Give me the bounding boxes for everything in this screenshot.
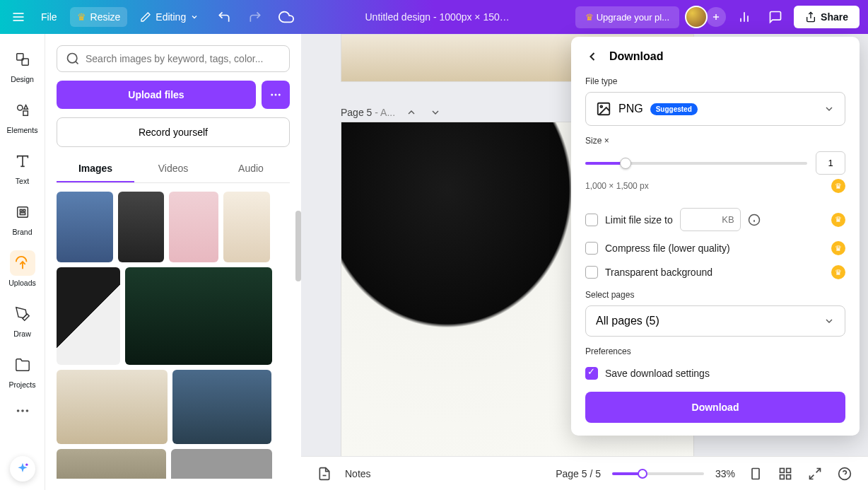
page-down-button[interactable] [428,105,443,120]
gallery-scrollbar[interactable] [295,211,301,281]
image-gallery[interactable] [57,192,290,479]
help-icon [838,467,852,481]
search-input[interactable] [86,53,281,64]
filesize-input[interactable] [680,208,741,231]
editing-mode-button[interactable]: Editing [133,7,206,27]
resize-button[interactable]: ♛ Resize [70,7,128,27]
limit-filesize-label: Limit file size to [605,214,673,226]
analytics-button[interactable] [732,4,757,30]
rail-label: Design [11,75,34,83]
size-slider[interactable] [585,162,807,165]
page-indicator[interactable]: Page 5 / 5 [556,468,601,479]
upload-more-button[interactable] [262,81,290,109]
svg-rect-18 [23,209,25,211]
svg-point-23 [25,409,28,412]
chart-icon [737,10,751,24]
thumbnail[interactable] [57,267,120,365]
back-button[interactable] [585,49,599,64]
pro-badge: ♛ [831,265,845,279]
save-settings-checkbox[interactable] [585,367,598,380]
cloud-sync-button[interactable] [274,4,299,30]
thumbnail[interactable] [57,449,166,479]
download-panel: Download File type PNG Suggested Size × … [571,37,860,436]
rail-more-button[interactable] [9,397,36,424]
compress-checkbox[interactable] [585,242,598,255]
elements-icon [15,103,30,118]
upgrade-button[interactable]: ♛ Upgrade your pl... [575,6,679,28]
rail-uploads[interactable]: Uploads [1,245,44,293]
rail-design[interactable]: Design [1,41,44,89]
limit-filesize-checkbox[interactable] [585,214,598,226]
redo-button[interactable] [242,4,268,30]
compress-label: Compress file (lower quality) [605,243,730,254]
thumbnail[interactable] [125,267,272,365]
rail-elements[interactable]: Elements [1,92,44,140]
notes-icon [317,467,332,481]
rail-projects[interactable]: Projects [1,346,44,395]
thumbnail[interactable] [223,192,270,262]
undo-button[interactable] [211,4,237,30]
thumbnail[interactable] [169,192,218,262]
page-up-button[interactable] [404,105,419,120]
download-title: Download [609,50,663,63]
rail-brand[interactable]: Brand [1,194,44,242]
grid-view-button[interactable] [776,465,794,483]
thumbnail[interactable] [57,370,168,444]
pro-badge: ♛ [831,179,845,193]
zoom-slider[interactable] [612,472,704,475]
record-yourself-button[interactable]: Record yourself [57,117,290,147]
transparent-checkbox[interactable] [585,266,598,279]
svg-point-27 [271,94,273,96]
bottom-bar: Notes Page 5 / 5 33% [301,456,868,490]
select-pages-label: Select pages [585,290,845,300]
svg-rect-19 [20,213,25,215]
resize-label: Resize [90,11,121,23]
thumbnail[interactable] [57,192,113,262]
tab-audio[interactable]: Audio [212,156,290,182]
transparent-label: Transparent background [605,267,712,278]
download-button[interactable]: Download [585,392,845,423]
media-tabs: Images Videos Audio [57,156,290,183]
user-avatar[interactable] [685,6,708,28]
fullscreen-button[interactable] [806,465,824,483]
plus-icon [711,12,721,22]
svg-rect-12 [23,111,27,115]
chevron-down-icon [823,315,835,327]
suggested-badge: Suggested [650,103,698,115]
zoom-value[interactable]: 33% [715,468,735,479]
notes-button[interactable] [315,465,334,483]
page-number-label[interactable]: Page 5 - A... [341,107,395,118]
save-settings-label: Save download settings [605,368,710,379]
undo-icon [217,10,231,24]
image-icon [596,101,611,117]
thumbnail[interactable] [171,449,272,479]
svg-point-22 [21,409,24,412]
menu-button[interactable] [8,7,28,27]
share-button[interactable]: Share [794,6,860,28]
svg-line-40 [816,468,821,472]
tab-images[interactable]: Images [57,156,134,182]
info-button[interactable] [748,214,761,226]
svg-rect-39 [787,474,791,479]
size-input[interactable] [816,151,845,175]
topbar: File ♛ Resize Editing Untitled design - … [0,0,868,34]
magic-button[interactable] [10,456,35,482]
document-title[interactable]: Untitled design - 1000px × 150… [305,11,570,23]
thumbnail[interactable] [172,370,271,444]
select-pages-dropdown[interactable]: All pages (5) [585,305,845,337]
file-menu[interactable]: File [34,7,64,27]
notes-label[interactable]: Notes [345,468,371,479]
rail-draw[interactable]: Draw [1,296,44,344]
search-box[interactable] [57,45,290,72]
thumbnail[interactable] [118,192,164,262]
add-collaborator-button[interactable] [706,7,726,27]
chevron-up-icon [406,107,417,118]
tab-videos[interactable]: Videos [134,156,212,182]
search-icon [66,52,80,66]
rail-text[interactable]: Text [1,143,44,191]
help-button[interactable] [835,465,854,483]
page-view-button[interactable] [746,465,765,483]
upload-files-button[interactable]: Upload files [57,81,256,109]
comment-button[interactable] [763,4,788,30]
file-type-select[interactable]: PNG Suggested [585,92,845,126]
